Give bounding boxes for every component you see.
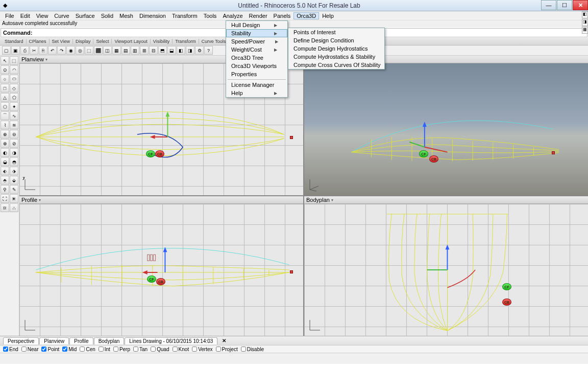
tool-22[interactable]: ◒ bbox=[1, 157, 9, 166]
tool-18[interactable]: ⊗ bbox=[1, 139, 9, 148]
tool-10[interactable]: ⬡ bbox=[1, 102, 9, 111]
menu-view[interactable]: View bbox=[33, 12, 52, 19]
viewtab-perspective[interactable]: Perspective bbox=[3, 337, 39, 344]
osnap-point[interactable]: Point bbox=[41, 347, 59, 352]
tool-4[interactable]: ○ bbox=[1, 75, 9, 83]
toolbar-button-22[interactable]: ? bbox=[204, 46, 213, 55]
toolbar-button-1[interactable]: ▣ bbox=[11, 46, 20, 55]
submenu-item-compute-design-hydrostatics[interactable]: Compute Design Hydrostatics bbox=[288, 44, 384, 53]
tool-27[interactable]: ⬙ bbox=[10, 176, 18, 185]
menu-tools[interactable]: Tools bbox=[201, 12, 220, 19]
tool-1[interactable]: ⬚ bbox=[10, 56, 18, 65]
viewport-canvas[interactable]: CF CB bbox=[19, 204, 303, 336]
tool-12[interactable]: ⌒ bbox=[1, 111, 9, 120]
menu-help[interactable]: Help bbox=[319, 12, 337, 19]
menu-item-hull-design[interactable]: Hull Design▶ bbox=[226, 21, 287, 29]
toolbar-button-19[interactable]: ◧ bbox=[177, 46, 185, 55]
submenu-item-compute-hydrostatics---stability[interactable]: Compute Hydrostatics & Stability bbox=[288, 53, 384, 61]
toolbar-button-14[interactable]: ▥ bbox=[131, 46, 139, 55]
toolbar-button-17[interactable]: ⬒ bbox=[158, 46, 167, 55]
toolbar-button-21[interactable]: ⚙ bbox=[195, 46, 204, 55]
chevron-down-icon[interactable]: ▾ bbox=[39, 198, 41, 202]
toolbar-button-20[interactable]: ◨ bbox=[186, 46, 194, 55]
osnap-near[interactable]: Near bbox=[21, 347, 39, 352]
osnap-quad[interactable]: Quad bbox=[151, 347, 169, 352]
tooltab-viewport-layout[interactable]: Viewport Layout bbox=[112, 39, 150, 44]
osnap-project[interactable]: Project bbox=[216, 347, 238, 352]
add-tab-button[interactable]: ✕ bbox=[218, 337, 230, 344]
tool-3[interactable]: ◠ bbox=[10, 65, 18, 74]
tool-6[interactable]: □ bbox=[1, 84, 9, 93]
toolbar-button-11[interactable]: ◫ bbox=[103, 46, 112, 55]
submenu-item-points-of-interest[interactable]: Points of Interest bbox=[288, 28, 384, 36]
toolbar-button-15[interactable]: ⊞ bbox=[140, 46, 149, 55]
menu-orca3d[interactable]: Orca3D bbox=[293, 12, 319, 19]
menu-item-orca3d-tree[interactable]: Orca3D Tree bbox=[226, 54, 287, 62]
viewport-canvas[interactable]: CF CB bbox=[304, 204, 588, 336]
osnap-perp[interactable]: Perp bbox=[113, 347, 130, 352]
toolbar-button-8[interactable]: ◎ bbox=[76, 46, 84, 55]
menu-panels[interactable]: Panels bbox=[271, 12, 294, 19]
menu-item-speed-power[interactable]: Speed/Power▶ bbox=[226, 37, 287, 45]
toolbar-button-9[interactable]: ⬚ bbox=[85, 46, 93, 55]
tool-26[interactable]: ⬘ bbox=[1, 176, 9, 185]
tool-21[interactable]: ◑ bbox=[10, 148, 18, 157]
tool-14[interactable]: ⌇ bbox=[1, 121, 9, 129]
tool-24[interactable]: ⬖ bbox=[1, 167, 9, 175]
viewport-title[interactable]: Bodyplan▾ bbox=[304, 196, 588, 204]
tool-17[interactable]: ⊖ bbox=[10, 130, 18, 139]
tool-2[interactable]: ⊙ bbox=[1, 65, 9, 74]
toolbar-button-18[interactable]: ⬓ bbox=[167, 46, 176, 55]
viewtab-profile[interactable]: Profile bbox=[69, 337, 93, 344]
tool-29[interactable]: ✎ bbox=[10, 185, 18, 194]
side-tab-3[interactable]: ▦ bbox=[582, 27, 588, 34]
tool-32[interactable]: ⛭ bbox=[1, 203, 9, 212]
tooltab-select[interactable]: Select bbox=[93, 39, 112, 44]
tool-25[interactable]: ⬗ bbox=[10, 167, 18, 175]
tool-0[interactable]: ↖ bbox=[1, 56, 9, 65]
tool-23[interactable]: ◓ bbox=[10, 157, 18, 166]
menu-edit[interactable]: Edit bbox=[17, 12, 33, 19]
menu-analyze[interactable]: Analyze bbox=[219, 12, 246, 19]
viewtab-planview[interactable]: Planview bbox=[39, 337, 69, 344]
tooltab-display[interactable]: Display bbox=[73, 39, 94, 44]
viewtab-lines[interactable]: Lines Drawing - 06/10/2015 10:14:03 bbox=[125, 337, 217, 344]
osnap-int[interactable]: Int bbox=[99, 347, 110, 352]
tooltab-standard[interactable]: Standard bbox=[2, 39, 27, 44]
osnap-cen[interactable]: Cen bbox=[80, 347, 95, 352]
menu-transform[interactable]: Transform bbox=[169, 12, 201, 19]
osnap-knot[interactable]: Knot bbox=[173, 347, 189, 352]
tool-15[interactable]: ≋ bbox=[10, 121, 18, 129]
tool-20[interactable]: ◐ bbox=[1, 148, 9, 157]
tool-28[interactable]: ⚲ bbox=[1, 185, 9, 194]
toolbar-button-7[interactable]: ◉ bbox=[66, 46, 75, 55]
tool-31[interactable]: ⛯ bbox=[10, 194, 18, 203]
menu-curve[interactable]: Curve bbox=[51, 12, 72, 19]
tool-5[interactable]: ⬭ bbox=[10, 75, 18, 83]
tooltab-transform[interactable]: Transform bbox=[173, 39, 199, 44]
side-tab-2[interactable]: ◨ bbox=[582, 19, 588, 26]
close-button[interactable]: ✕ bbox=[573, 0, 588, 10]
minimize-button[interactable]: — bbox=[541, 0, 556, 10]
maximize-button[interactable]: ☐ bbox=[557, 0, 572, 10]
tool-9[interactable]: ⬠ bbox=[10, 93, 18, 102]
toolbar-button-12[interactable]: ▦ bbox=[112, 46, 121, 55]
osnap-vertex[interactable]: Vertex bbox=[192, 347, 212, 352]
viewport-bodyplan[interactable]: Bodyplan▾ bbox=[304, 196, 588, 336]
toolbar-button-6[interactable]: ↷ bbox=[57, 46, 66, 55]
control-point[interactable] bbox=[552, 151, 555, 154]
menu-item-help[interactable]: Help▶ bbox=[226, 89, 287, 97]
menu-surface[interactable]: Surface bbox=[72, 12, 98, 19]
menu-dimension[interactable]: Dimension bbox=[136, 12, 169, 19]
tool-13[interactable]: ∿ bbox=[10, 111, 18, 120]
menu-render[interactable]: Render bbox=[246, 12, 271, 19]
tool-33[interactable]: ⛬ bbox=[10, 203, 18, 212]
osnap-disable[interactable]: Disable bbox=[241, 347, 264, 352]
menu-item-license-manager[interactable]: License Manager bbox=[226, 81, 287, 89]
viewport-perspective[interactable]: CF CB bbox=[304, 56, 588, 195]
tool-16[interactable]: ⊕ bbox=[1, 130, 9, 139]
osnap-mid[interactable]: Mid bbox=[62, 347, 77, 352]
tool-7[interactable]: ◇ bbox=[10, 84, 18, 93]
viewport-canvas[interactable]: CF CB bbox=[304, 63, 588, 195]
toolbar-button-16[interactable]: ⊟ bbox=[149, 46, 158, 55]
